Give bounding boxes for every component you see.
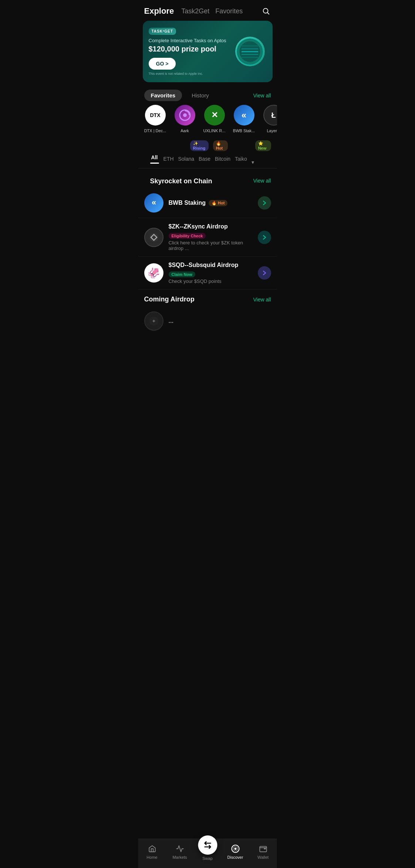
banner-visual — [233, 35, 267, 68]
coming-airdrop-header: Coming Airdrop View all — [138, 290, 277, 306]
chain-badge-row: ✨ Rising 🔥 Hot ⭐ New — [144, 140, 271, 153]
svg-text:«: « — [151, 198, 156, 207]
skyrocket-title: Skyrocket on Chain — [144, 174, 218, 187]
fav-icon-bwb: « — [234, 105, 254, 126]
subsquid-desc: Check your $SQD points — [169, 278, 253, 284]
list-item[interactable]: Ł Layer... — [263, 105, 277, 133]
banner-subtitle: Complete Interactive Tasks on Aptos — [149, 38, 233, 43]
fav-icon-uxlink: ✕ — [204, 105, 225, 126]
zksync-content: $ZK--ZKsync Airdrop Eligibility Check Cl… — [169, 223, 253, 251]
chain-base[interactable]: Base — [199, 156, 210, 162]
favorites-view-all[interactable]: View all — [253, 93, 271, 99]
chain-filter: All ETH Solana Base Bitcoin Taiko ▾ — [144, 153, 271, 168]
subsquid-name: $SQD--Subsquid Airdrop Claim Now — [169, 262, 253, 277]
eligibility-tag: Eligibility Check — [169, 233, 206, 239]
fav-icon-layer: Ł — [263, 105, 277, 126]
list-item[interactable]: ✕ UXLINK R... — [203, 105, 226, 133]
subsquid-icon: 🦑 — [144, 263, 163, 283]
badge-rising: ✨ Rising — [190, 140, 209, 151]
zksync-icon — [144, 228, 163, 247]
bwb-hot-tag: 🔥 Hot — [209, 200, 227, 206]
coming-airdrop-view-all[interactable]: View all — [253, 297, 271, 303]
fav-icon-aark — [175, 105, 195, 126]
zksync-desc: Click here to check your $ZK token airdr… — [169, 240, 253, 251]
list-item[interactable]: DTX DTX | Dec... — [144, 105, 166, 133]
bwb-staking-icon: « — [144, 193, 163, 213]
nav-favorites-link[interactable]: Favorites — [215, 7, 243, 15]
banner-go-button[interactable]: GO > — [149, 58, 176, 70]
list-item[interactable]: ✦ ... — [138, 306, 277, 336]
svg-text:✦: ✦ — [152, 318, 156, 324]
subsquid-content: $SQD--Subsquid Airdrop Claim Now Check y… — [169, 262, 253, 284]
banner-content: TASK²GET Complete Interactive Tasks on A… — [149, 27, 233, 76]
skyrocket-section-header: Skyrocket on Chain View all — [138, 173, 277, 188]
tab-favorites[interactable]: Favorites — [144, 90, 182, 101]
airdrop-name: ... — [169, 318, 271, 324]
header: Explore Task2Get Favorites — [138, 0, 277, 21]
page-title: Explore — [144, 6, 174, 16]
badge-hot: 🔥 Hot — [213, 140, 228, 151]
badge-new: ⭐ New — [255, 140, 271, 151]
coming-airdrop-title: Coming Airdrop — [144, 296, 195, 303]
header-nav: Task2Get Favorites — [181, 7, 253, 15]
promo-banner[interactable]: TASK²GET Complete Interactive Tasks on A… — [143, 21, 273, 82]
chain-taiko[interactable]: Taiko — [235, 156, 247, 162]
search-button[interactable] — [261, 6, 271, 16]
zksync-name: $ZK--ZKsync Airdrop Eligibility Check — [169, 223, 253, 239]
fav-label-aark: Aark — [180, 128, 189, 133]
bwb-staking-arrow[interactable] — [258, 196, 271, 210]
fav-label-dtx: DTX | Dec... — [144, 128, 166, 133]
banner-badge: TASK²GET — [149, 28, 176, 35]
divider — [138, 168, 277, 168]
bwb-staking-content: BWB Staking 🔥 Hot — [169, 200, 253, 206]
favorites-section-header: Favorites History View all — [138, 88, 277, 105]
svg-point-10 — [183, 113, 187, 117]
nav-task2get[interactable]: Task2Get — [181, 7, 209, 15]
favorites-tabs: Favorites History — [144, 90, 253, 101]
subsquid-arrow[interactable] — [258, 266, 271, 280]
list-item[interactable]: $ZK--ZKsync Airdrop Eligibility Check Cl… — [138, 218, 277, 257]
chain-eth[interactable]: ETH — [163, 156, 174, 162]
banner-title: $120,000 prize pool — [149, 45, 233, 53]
bwb-staking-name: BWB Staking 🔥 Hot — [169, 200, 253, 206]
svg-point-0 — [263, 9, 268, 13]
chain-solana[interactable]: Solana — [178, 156, 195, 162]
fav-label-bwb: BWB Stak... — [233, 128, 255, 133]
chain-bitcoin[interactable]: Bitcoin — [215, 156, 230, 162]
list-item[interactable]: Aark — [174, 105, 196, 133]
list-item[interactable]: 🦑 $SQD--Subsquid Airdrop Claim Now Check… — [138, 257, 277, 290]
favorites-list: DTX DTX | Dec... Aark ✕ UXLINK R... « BW… — [138, 105, 277, 140]
zksync-arrow[interactable] — [258, 231, 271, 244]
chain-all[interactable]: All — [150, 154, 159, 164]
svg-line-1 — [267, 13, 269, 14]
list-item[interactable]: « BWB Staking 🔥 Hot — [138, 188, 277, 218]
fav-label-uxlink: UXLINK R... — [203, 128, 226, 133]
skyrocket-view-all[interactable]: View all — [253, 178, 271, 184]
fav-label-layer: Layer... — [267, 128, 277, 133]
fav-icon-dtx: DTX — [145, 105, 166, 126]
chain-filter-chevron[interactable]: ▾ — [252, 159, 254, 165]
banner-coin-icon — [235, 37, 265, 66]
list-item[interactable]: « BWB Stak... — [233, 105, 255, 133]
claim-tag: Claim Now — [169, 271, 195, 277]
subsquid-emoji: 🦑 — [147, 267, 160, 279]
airdrop-icon: ✦ — [144, 311, 163, 331]
chain-filter-container: ✨ Rising 🔥 Hot ⭐ New All ETH Solana Base… — [138, 140, 277, 168]
banner-note: This event is not related to Apple Inc. — [149, 72, 233, 76]
airdrop-content: ... — [169, 318, 271, 324]
tab-history[interactable]: History — [185, 90, 216, 101]
